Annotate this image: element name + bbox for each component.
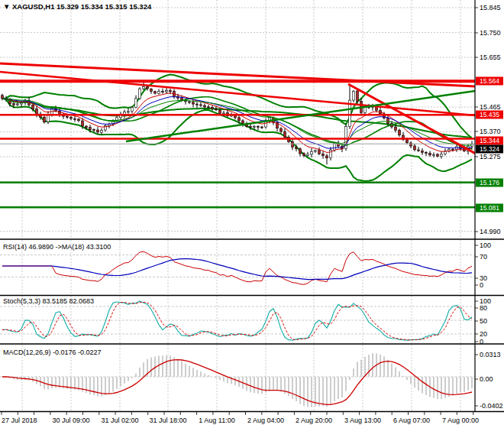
time-axis-label: 2 Aug 04:00 (247, 417, 284, 424)
bear-candle (200, 105, 202, 105)
bear-candle (89, 128, 92, 130)
bollinger-upper-line (2, 75, 472, 138)
rsi-indicator-label: RSI(14) 46.9890 ->MA(18) 43.3100 (3, 243, 111, 251)
bear-candle (399, 130, 401, 135)
bear-candle (181, 98, 183, 100)
bear-candle (162, 92, 164, 92)
bull-candle (21, 103, 23, 104)
price-badge-label: 15.176 (480, 179, 499, 186)
main-price-panel (2, 75, 473, 181)
trendline-3[interactable] (348, 84, 484, 158)
price-badge-label: 15.324 (480, 145, 499, 153)
bear-candle (150, 89, 153, 91)
bear-candle (296, 148, 298, 149)
macd-indicator-label: MACD(12,26,9) -0.0176 -0.0227 (3, 349, 102, 356)
rsi-axis-label: 100 (480, 242, 491, 249)
bear-candle (242, 121, 244, 124)
price-axis-label: 15.655 (480, 54, 501, 61)
bollinger-middle-line (2, 97, 472, 149)
price-badge-label: 15.564 (480, 77, 499, 85)
bear-candle (86, 126, 88, 128)
stoch-axis-label: 80 (480, 304, 487, 312)
bull-candle (311, 151, 313, 154)
bear-candle (292, 141, 294, 147)
macd-signal-line (2, 360, 472, 405)
price-axis[interactable]: 15.84515.75015.65515.46515.37015.27514.9… (475, 4, 503, 410)
macd-axis-label: -0.0402 (480, 402, 503, 410)
bear-candle (192, 102, 195, 104)
bear-candle (429, 153, 431, 154)
bull-candle (135, 99, 137, 108)
bear-candle (257, 126, 260, 127)
price-axis-label: 15.370 (480, 128, 501, 135)
bear-candle (437, 154, 439, 157)
stoch-axis-label: 20 (480, 330, 487, 338)
time-axis-label: 31 Jul 18:00 (149, 417, 186, 424)
bull-candle (223, 113, 225, 114)
bear-candle (154, 92, 157, 93)
bear-candle (204, 105, 206, 107)
bear-candle (250, 126, 252, 127)
bear-candle (318, 151, 321, 154)
bull-candle (433, 154, 435, 155)
bear-candle (395, 127, 397, 130)
bull-candle (353, 91, 355, 100)
bear-candle (66, 116, 69, 117)
bear-candle (406, 140, 409, 143)
bear-candle (97, 130, 99, 132)
macd-axis-label: 0.00 (480, 375, 493, 383)
price-axis-label: 14.990 (480, 228, 501, 235)
bear-candle (322, 154, 325, 156)
bull-candle (17, 104, 19, 105)
time-axis-label: 1 Aug 11:00 (199, 417, 234, 424)
bear-candle (387, 118, 389, 123)
bull-candle (441, 154, 443, 157)
bear-candle (82, 121, 84, 126)
bear-candle (357, 91, 359, 101)
bear-candle (303, 154, 305, 155)
price-badge-label: 15.435 (480, 111, 499, 118)
bull-candle (139, 89, 141, 99)
time-axis-label: 31 Jul 02:00 (101, 417, 138, 424)
trading-chart-window: 15.84515.75015.65515.46515.37015.27514.9… (0, 0, 504, 428)
rsi-line (2, 251, 472, 284)
bull-candle (128, 112, 130, 112)
bear-candle (422, 151, 424, 152)
bear-candle (36, 109, 38, 115)
price-axis-label: 15.465 (480, 103, 501, 111)
bear-candle (215, 109, 218, 110)
price-badge-label: 15.344 (480, 137, 499, 144)
time-axis-label: 3 Aug 13:00 (344, 417, 381, 424)
bear-candle (284, 131, 286, 137)
bear-candle (196, 104, 199, 105)
bull-candle (315, 151, 317, 151)
symbol-dropdown-icon[interactable]: ▼ (3, 2, 10, 11)
bull-candle (166, 90, 168, 92)
bull-candle (307, 154, 309, 156)
bear-candle (93, 130, 95, 131)
bear-candle (32, 105, 34, 109)
rsi-axis-label: 0 (480, 281, 483, 289)
price-axis-label: 15.750 (480, 29, 501, 37)
bear-candle (147, 87, 149, 89)
bear-candle (326, 156, 328, 158)
price-chart[interactable]: 15.84515.75015.65515.46515.37015.27514.9… (0, 0, 504, 428)
time-axis-label: 7 Aug 00:00 (442, 417, 479, 424)
bear-candle (189, 102, 191, 102)
bear-candle (170, 90, 172, 91)
bull-candle (143, 86, 145, 88)
bear-candle (280, 128, 283, 131)
price-badge-label: 15.081 (480, 204, 499, 212)
rsi-panel (2, 251, 472, 284)
stoch-indicator-label: Stoch(5,3,3) 83.5185 82.0683 (3, 297, 94, 305)
price-axis-label: 15.275 (480, 153, 501, 160)
bear-candle (238, 118, 241, 121)
time-axis-label: 2 Aug 20:00 (296, 417, 332, 424)
stoch-axis-label: 50 (480, 317, 487, 325)
bear-candle (74, 118, 76, 119)
bull-candle (158, 91, 160, 93)
macd-axis-label: 0.0313 (480, 351, 501, 358)
time-axis-label: 6 Aug 07:00 (393, 417, 430, 424)
time-axis[interactable]: 27 Jul 201830 Jul 09:0031 Jul 02:0031 Ju… (2, 412, 479, 424)
stoch-axis-label: 0 (480, 338, 483, 345)
